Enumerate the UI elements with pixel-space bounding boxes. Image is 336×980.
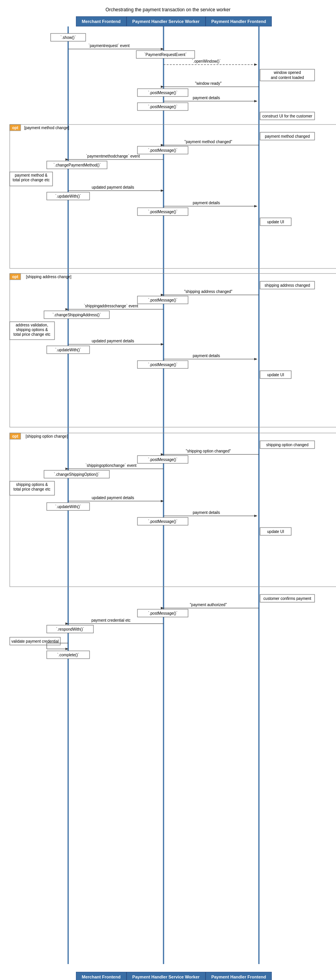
svg-text:`.postMessage()`: `.postMessage()` <box>148 148 178 153</box>
svg-text:"payment authorized": "payment authorized" <box>190 603 227 607</box>
svg-text:`.postMessage()`: `.postMessage()` <box>148 298 178 302</box>
svg-text:`.respondWith()`: `.respondWith()` <box>56 627 84 631</box>
sequence-diagram-svg: `​.show()` `paymentrequest` event `Payme… <box>8 26 336 972</box>
svg-text:updated payment details: updated payment details <box>92 496 134 500</box>
svg-text:construct UI for the customer: construct UI for the customer <box>262 114 313 118</box>
svg-text:`.postMessage()`: `.postMessage()` <box>148 611 178 615</box>
svg-text:"payment method changed": "payment method changed" <box>185 140 232 144</box>
svg-text:updated payment details: updated payment details <box>92 185 134 189</box>
svg-text:payment details: payment details <box>193 354 220 358</box>
actors-footer: Merchant Frontend Payment Handler Servic… <box>8 972 328 980</box>
svg-text:total price change etc: total price change etc <box>13 332 50 337</box>
svg-text:update UI: update UI <box>267 220 284 224</box>
svg-text:[payment method change]: [payment method change] <box>24 126 69 130</box>
svg-text:shipping address changed: shipping address changed <box>265 283 310 288</box>
svg-text:"window ready": "window ready" <box>195 81 222 86</box>
actor-merchant-header: Merchant Frontend <box>76 16 127 26</box>
actor-merchant-footer: Merchant Frontend <box>76 972 127 980</box>
svg-text:`.postMessage()`: `.postMessage()` <box>148 363 178 367</box>
svg-text:updated payment details: updated payment details <box>92 339 134 343</box>
svg-text:"shipping option changed": "shipping option changed" <box>186 449 231 453</box>
svg-text:`.changeShippingAddress()`: `.changeShippingAddress()` <box>53 313 101 317</box>
svg-text:`.postMessage()`: `.postMessage()` <box>148 210 178 214</box>
svg-text:window opened: window opened <box>273 70 301 75</box>
svg-text:`.changePaymentMethod()`: `.changePaymentMethod()` <box>53 163 101 167</box>
svg-text:payment details: payment details <box>193 96 220 100</box>
svg-text:`PaymentRequestEvent`: `PaymentRequestEvent` <box>144 53 187 57</box>
svg-text:`.postMessage()`: `.postMessage()` <box>148 519 178 524</box>
svg-text:`shippingaddresschange` event: `shippingaddresschange` event <box>84 304 138 308</box>
diagram-title: Orchestrating the payment transaction on… <box>8 4 328 12</box>
svg-text:shipping option changed: shipping option changed <box>266 443 308 447</box>
actors-header: Merchant Frontend Payment Handler Servic… <box>8 16 328 26</box>
actor-handler-footer: Payment Handler Service Worker <box>127 972 206 980</box>
svg-text:payment method changed: payment method changed <box>265 134 310 138</box>
svg-text:validate payment credential: validate payment credential <box>11 639 59 643</box>
svg-text:shipping options &: shipping options & <box>16 328 48 332</box>
svg-text:and content loaded: and content loaded <box>271 75 304 80</box>
svg-text:`.updateWith()`: `.updateWith()` <box>55 505 81 509</box>
svg-text:"shipping address changed": "shipping address changed" <box>184 289 232 294</box>
svg-text:`.postMessage()`: `.postMessage()` <box>148 458 178 462</box>
svg-text:opt: opt <box>12 126 18 130</box>
svg-text:`.openWindow()`: `.openWindow()` <box>192 59 221 63</box>
diagram-container: Orchestrating the payment transaction on… <box>0 0 336 980</box>
svg-text:address validation,: address validation, <box>16 323 48 327</box>
svg-text:update UI: update UI <box>267 373 284 377</box>
svg-text:`​.show()`: `​.show()` <box>60 35 76 40</box>
svg-text:`.postMessage()`: `.postMessage()` <box>148 91 178 95</box>
svg-text:`.complete()`: `.complete()` <box>57 653 79 657</box>
svg-text:total price change etc: total price change etc <box>12 178 49 182</box>
svg-text:opt: opt <box>12 434 18 438</box>
svg-text:payment details: payment details <box>193 201 220 205</box>
svg-text:`paymentrequest` event: `paymentrequest` event <box>88 44 130 48</box>
actor-frontend-footer: Payment Handler Frontend <box>206 972 272 980</box>
svg-text:`.changeShippingOption()`: `.changeShippingOption()` <box>54 472 99 477</box>
svg-text:shipping options &: shipping options & <box>16 482 48 487</box>
svg-text:customer confirms payment: customer confirms payment <box>264 596 311 601</box>
svg-text:`paymentmethodchange` event: `paymentmethodchange` event <box>86 154 140 158</box>
svg-text:[shipping address change]: [shipping address change] <box>26 275 72 279</box>
svg-text:payment credential etc: payment credential etc <box>91 618 131 622</box>
svg-text:`.updateWith()`: `.updateWith()` <box>55 348 81 352</box>
svg-text:total price change etc: total price change etc <box>13 487 50 491</box>
svg-text:`.updateWith()`: `.updateWith()` <box>55 194 81 198</box>
svg-text:opt: opt <box>12 275 18 279</box>
svg-text:[shipping option change]: [shipping option change] <box>26 434 68 438</box>
svg-text:`shippingoptionchange` event: `shippingoptionchange` event <box>85 463 136 468</box>
svg-text:update UI: update UI <box>267 529 284 534</box>
svg-text:payment details: payment details <box>193 510 220 515</box>
actor-handler-header: Payment Handler Service Worker <box>127 16 206 26</box>
svg-text:payment method &: payment method & <box>15 173 47 177</box>
actor-frontend-header: Payment Handler Frontend <box>206 16 272 26</box>
svg-text:`.postMessage()`: `.postMessage()` <box>148 105 178 109</box>
